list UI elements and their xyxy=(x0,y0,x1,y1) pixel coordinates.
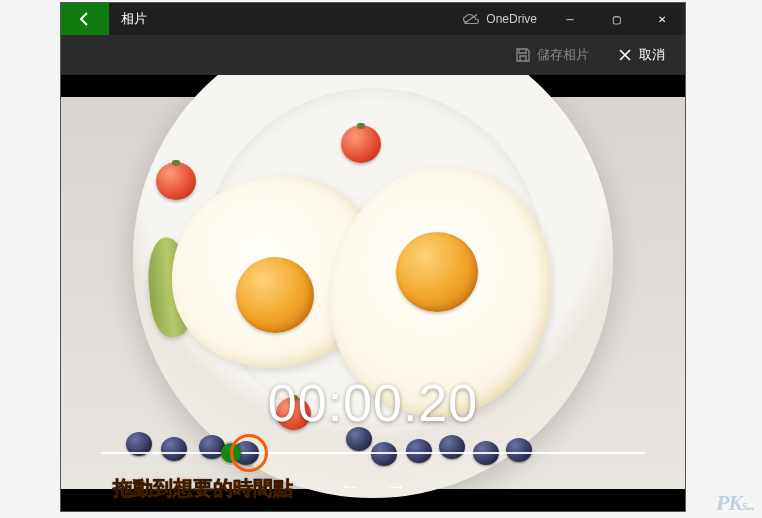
timecode-display: 00:00.20 xyxy=(268,373,478,433)
scrubber-handle[interactable] xyxy=(221,443,241,463)
cancel-label: 取消 xyxy=(639,46,665,64)
window-controls: ─ ▢ ✕ xyxy=(547,3,685,35)
onedrive-status[interactable]: OneDrive xyxy=(462,12,547,26)
app-window: 相片 OneDrive ─ ▢ ✕ 儲存相片 取消 xyxy=(60,2,686,512)
annotation-hint-text: 拖動到想要的時間點 xyxy=(113,475,293,502)
onedrive-label: OneDrive xyxy=(486,12,537,26)
video-preview-area: 00:00.20 拖動到想要的時間點 ← → xyxy=(61,75,685,511)
save-photo-button[interactable]: 儲存相片 xyxy=(503,39,601,71)
back-arrow-icon xyxy=(77,11,93,27)
next-frame-button[interactable]: → xyxy=(384,475,408,498)
close-icon xyxy=(617,47,633,63)
toolbar: 儲存相片 取消 xyxy=(61,35,685,75)
scrubber-track xyxy=(101,452,645,454)
titlebar: 相片 OneDrive ─ ▢ ✕ xyxy=(61,3,685,35)
minimize-button[interactable]: ─ xyxy=(547,3,593,35)
close-window-button[interactable]: ✕ xyxy=(639,3,685,35)
maximize-button[interactable]: ▢ xyxy=(593,3,639,35)
back-button[interactable] xyxy=(61,3,109,35)
save-icon xyxy=(515,47,531,63)
watermark: PKs... xyxy=(716,490,754,516)
cancel-button[interactable]: 取消 xyxy=(605,39,677,71)
save-photo-label: 儲存相片 xyxy=(537,46,589,64)
app-title: 相片 xyxy=(109,10,147,28)
cloud-icon xyxy=(462,13,480,25)
frame-nav: ← → xyxy=(338,475,408,498)
prev-frame-button[interactable]: ← xyxy=(338,475,362,498)
timeline-scrubber[interactable] xyxy=(101,443,645,463)
